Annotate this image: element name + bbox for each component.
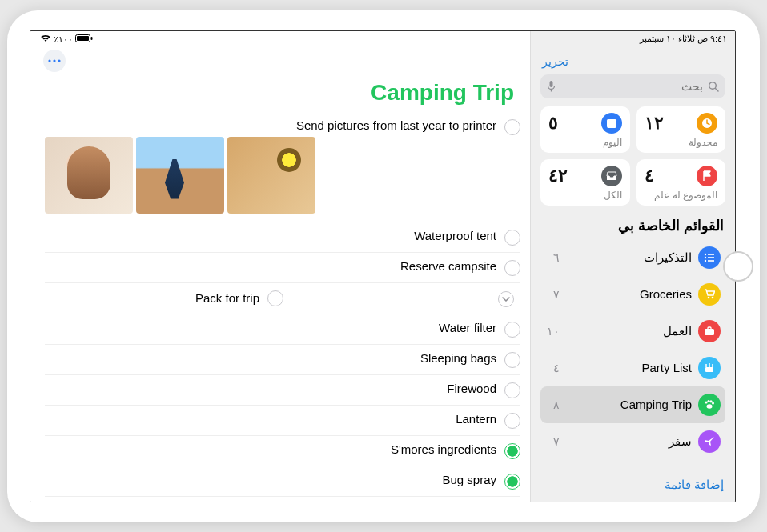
wifi-icon [40, 34, 51, 42]
reminder-checkbox[interactable] [504, 382, 520, 398]
reminder-checkbox[interactable] [504, 260, 520, 276]
reminder-title: Water filter [45, 321, 496, 334]
cake-icon [698, 357, 721, 379]
reminder-item[interactable]: S'mores ingredients [45, 436, 520, 466]
attachment-thumbnail[interactable] [136, 137, 224, 214]
search-input[interactable] [540, 74, 725, 98]
search-icon [708, 81, 719, 92]
svg-rect-2 [91, 37, 93, 40]
svg-rect-16 [708, 257, 714, 258]
list-name: Groceries [640, 287, 692, 301]
svg-rect-23 [705, 367, 713, 372]
list-name: Party List [641, 361, 692, 374]
sidebar-list-Party List[interactable]: ٤Party List [540, 350, 725, 386]
ipad-frame: ٪١٠٠ Camping Trip Send pictures from las… [7, 10, 760, 522]
home-button[interactable] [723, 251, 753, 282]
list-name: سفر [669, 434, 692, 449]
paw-icon [698, 394, 721, 416]
reminder-checkbox[interactable] [504, 230, 520, 246]
reminder-item[interactable]: Send pictures from last year to printer [45, 112, 520, 222]
smart-count: ١٢ [645, 113, 664, 134]
reminder-item[interactable]: Reserve campsite [45, 253, 520, 283]
svg-point-5 [58, 59, 60, 62]
reminder-item[interactable]: Sleeping bags [45, 345, 520, 375]
svg-point-28 [705, 401, 707, 403]
my-lists-header: القوائم الخاصة بي [542, 217, 724, 234]
smart-label: الموضوع له علم [645, 190, 718, 201]
main-toolbar [30, 45, 530, 72]
reminder-title: Firewood [45, 382, 496, 395]
sidebar-list-Camping Trip[interactable]: ٨Camping Trip [540, 386, 725, 423]
add-list-button[interactable]: إضافة قائمة [531, 470, 735, 502]
svg-rect-11 [607, 119, 616, 122]
new-reminder-button[interactable]: تذكير جديد + [30, 497, 530, 502]
svg-rect-18 [708, 260, 714, 262]
smart-count: ٤ [645, 166, 654, 186]
list-count: ٤ [545, 362, 560, 374]
list-icon [698, 246, 721, 269]
list-title: Camping Trip [30, 72, 530, 112]
sidebar-list-العمل[interactable]: ١٠العمل [540, 313, 725, 350]
chevron-down-icon[interactable] [498, 291, 514, 307]
svg-line-7 [716, 88, 719, 91]
user-lists: ٦التذكيرات٧Groceries١٠العمل٤Party List٨C… [540, 239, 725, 460]
attachment-thumbnail[interactable] [227, 137, 315, 214]
reminder-title: Reserve campsite [45, 259, 496, 273]
reminder-item[interactable]: Waterproof tent [45, 222, 520, 253]
battery-icon [75, 34, 93, 42]
svg-point-27 [707, 404, 713, 409]
svg-rect-8 [550, 81, 553, 87]
smart-card-مجدولة[interactable]: ١٢مجدولة [636, 106, 726, 153]
sidebar-list-التذكيرات[interactable]: ٦التذكيرات [540, 239, 725, 276]
reminder-item[interactable]: Pack for trip [45, 283, 520, 314]
list-count: ٧ [545, 288, 560, 301]
search-field[interactable] [556, 80, 703, 93]
cart-icon [698, 283, 721, 306]
reminder-item[interactable]: Water filter [45, 314, 520, 345]
sidebar-list-Groceries[interactable]: ٧Groceries [540, 276, 725, 313]
reminder-item[interactable]: Lantern [45, 406, 520, 436]
smart-card-الكل[interactable]: ٤٢الكل [540, 159, 630, 206]
attachment-thumbnail[interactable] [45, 137, 133, 214]
svg-point-26 [712, 364, 713, 366]
reminder-checkbox[interactable] [504, 352, 520, 368]
svg-point-15 [705, 256, 706, 258]
svg-point-3 [48, 59, 50, 62]
reminder-checkbox[interactable] [504, 443, 520, 459]
svg-point-29 [707, 400, 709, 402]
reminder-checkbox[interactable] [504, 474, 520, 490]
status-time: ٩:٤١ ص ثلاثاء ١٠ سبتمبر [640, 34, 727, 44]
plane-icon [698, 430, 721, 453]
reminder-checkbox[interactable] [504, 119, 520, 135]
reminder-title: Sleeping bags [45, 351, 496, 365]
reminder-checkbox[interactable] [504, 413, 520, 429]
list-name: العمل [663, 324, 692, 338]
status-left: ٪١٠٠ [40, 34, 93, 45]
smart-label: اليوم [548, 137, 622, 148]
flag-icon [697, 166, 717, 186]
smart-card-اليوم[interactable]: ٥اليوم [540, 106, 630, 153]
reminder-checkbox[interactable] [504, 322, 520, 338]
reminder-item[interactable]: Bug spray [45, 466, 520, 497]
smart-count: ٤٢ [548, 166, 568, 186]
svg-rect-22 [708, 327, 711, 330]
smart-lists-grid: ٥اليوم١٢مجدولة٤٢الكل٤الموضوع له علم [540, 106, 725, 206]
reminder-item[interactable]: Firewood [45, 375, 520, 406]
reminder-checkbox[interactable] [267, 290, 283, 306]
smart-card-الموضوع له علم[interactable]: ٤الموضوع له علم [636, 159, 726, 206]
list-count: ٧ [545, 435, 560, 448]
svg-point-19 [708, 297, 710, 299]
reminder-attachments[interactable] [45, 137, 496, 214]
mic-icon[interactable] [547, 80, 556, 93]
svg-point-24 [705, 364, 707, 366]
sidebar-list-سفر[interactable]: ٧سفر [540, 423, 725, 460]
smart-label: مجدولة [645, 137, 718, 148]
svg-rect-14 [708, 254, 714, 255]
list-count: ١٠ [545, 325, 560, 338]
svg-point-30 [709, 400, 712, 402]
reminder-title: Pack for trip [45, 291, 259, 305]
edit-button[interactable]: تحرير [540, 52, 725, 74]
reminder-title: Bug spray [45, 473, 496, 486]
more-button[interactable] [43, 50, 66, 72]
battery-percent: ٪١٠٠ [54, 34, 73, 44]
